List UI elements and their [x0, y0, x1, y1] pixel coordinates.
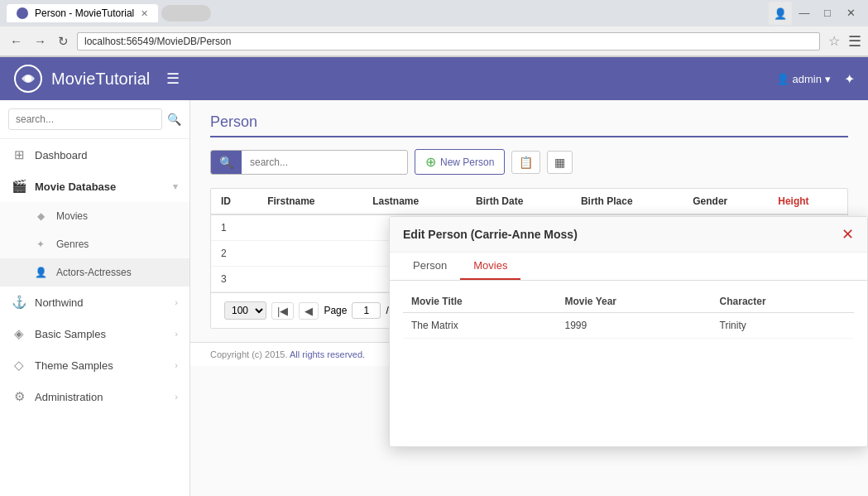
cell-firstname — [257, 241, 362, 267]
col-movie-year: Movie Year — [557, 291, 712, 313]
sidebar-item-label: Northwind — [35, 296, 166, 309]
movies-header-row: Movie Title Movie Year Character — [403, 291, 854, 313]
hamburger-menu-button[interactable]: ☰ — [166, 70, 180, 88]
app-title: MovieTutorial — [51, 70, 150, 89]
cell-firstname — [257, 214, 362, 241]
basic-samples-icon: ◈ — [12, 326, 26, 341]
cell-firstname — [257, 267, 362, 292]
col-id[interactable]: ID — [211, 189, 257, 214]
sidebar-item-label: Dashboard — [35, 149, 178, 161]
refresh-button[interactable]: ↻ — [55, 32, 72, 51]
browser-titlebar: Person - MovieTutorial ✕ 👤 — □ ✕ — [0, 0, 868, 26]
address-bar[interactable] — [77, 32, 820, 51]
bookmark-icon[interactable]: ☆ — [825, 33, 843, 49]
new-person-button[interactable]: ⊕ New Person — [415, 149, 505, 175]
sidebar-item-dashboard[interactable]: ⊞ Dashboard — [0, 139, 189, 171]
chevron-right-icon: › — [175, 329, 178, 339]
cell-movie-year: 1999 — [557, 313, 712, 339]
app-body: 🔍 ⊞ Dashboard 🎬 Movie Database ▾ ◆ Movie… — [0, 100, 868, 496]
movie-table-row[interactable]: The Matrix 1999 Trinity — [403, 313, 854, 339]
copyright-text: Copyright (c) 2015. — [210, 349, 288, 359]
sidebar-item-label: Basic Samples — [35, 328, 166, 340]
cell-id: 1 — [211, 214, 257, 241]
app-logo: MovieTutorial — [13, 64, 150, 94]
modal-tabs: Person Movies — [390, 253, 867, 281]
sidebar-search-button[interactable]: 🔍 — [167, 113, 181, 126]
cell-movie-title: The Matrix — [403, 313, 557, 339]
actors-icon: 👤 — [33, 267, 48, 278]
chevron-right-icon: › — [175, 297, 178, 307]
first-page-button[interactable]: |◀ — [271, 302, 294, 320]
sidebar-item-movie-database[interactable]: 🎬 Movie Database ▾ — [0, 171, 189, 202]
search-input[interactable] — [242, 152, 407, 173]
browser-menu-icon[interactable]: ☰ — [848, 32, 861, 51]
sidebar-item-label: Administration — [35, 391, 166, 403]
sidebar-item-label: Theme Samples — [35, 359, 166, 372]
chevron-down-icon: ▾ — [173, 181, 178, 192]
modal-close-button[interactable]: ✕ — [842, 225, 854, 243]
sidebar-item-movies[interactable]: ◆ Movies — [0, 202, 189, 230]
admin-menu-button[interactable]: 👤 admin ▾ — [776, 73, 831, 85]
share-icon[interactable]: ✦ — [844, 71, 855, 87]
export-button[interactable]: 📋 — [511, 151, 540, 174]
tab-favicon — [17, 7, 28, 19]
genres-icon: ✦ — [33, 238, 48, 250]
chevron-right-icon: › — [175, 360, 178, 370]
sidebar-item-administration[interactable]: ⚙ Administration › — [0, 381, 189, 412]
plus-icon: ⊕ — [425, 154, 436, 170]
page-size-select[interactable]: 100 25 50 — [224, 301, 266, 320]
search-button[interactable]: 🔍 — [211, 151, 242, 174]
svg-point-1 — [25, 75, 31, 82]
window-controls: 👤 — □ ✕ — [769, 2, 861, 25]
cell-id: 3 — [211, 267, 257, 292]
movies-table-header: Movie Title Movie Year Character — [403, 291, 854, 313]
new-tab-area — [161, 5, 211, 22]
modal-tab-person[interactable]: Person — [400, 253, 460, 280]
export-icon: 📋 — [519, 156, 533, 169]
sidebar-item-label: Genres — [56, 238, 178, 250]
modal-tab-movies[interactable]: Movies — [460, 253, 520, 280]
sidebar-item-northwind[interactable]: ⚓ Northwind › — [0, 287, 189, 318]
forward-button[interactable]: → — [31, 32, 50, 50]
movies-icon: ◆ — [33, 210, 48, 222]
minimize-button[interactable]: — — [794, 2, 815, 23]
dashboard-icon: ⊞ — [12, 147, 26, 162]
sidebar-search-input[interactable] — [8, 108, 162, 130]
content-wrapper: Person 🔍 ⊕ New Person 📋 ▦ — [190, 100, 868, 342]
browser-tab[interactable]: Person - MovieTutorial ✕ — [7, 4, 158, 22]
cell-character: Trinity — [712, 313, 854, 339]
page-number-input[interactable] — [352, 302, 381, 319]
app-header: MovieTutorial ☰ 👤 admin ▾ ✦ — [0, 57, 868, 100]
admin-label: admin — [793, 73, 822, 85]
app-logo-icon — [13, 64, 43, 94]
profile-icon[interactable]: 👤 — [769, 2, 792, 25]
main-content-area: Person 🔍 ⊕ New Person 📋 ▦ — [190, 100, 868, 496]
cell-id: 2 — [211, 241, 257, 267]
sidebar-item-label: Movies — [56, 210, 178, 222]
chevron-right-icon: › — [175, 392, 178, 402]
admin-chevron-icon: ▾ — [825, 73, 831, 85]
sidebar-item-label: Actors-Actresses — [56, 267, 178, 278]
close-window-button[interactable]: ✕ — [840, 2, 861, 23]
sidebar-item-actors-actresses[interactable]: 👤 Actors-Actresses — [0, 258, 189, 287]
col-firstname[interactable]: Firstname — [257, 189, 362, 214]
browser-controls-bar: ← → ↻ ☆ ☰ — [0, 26, 868, 56]
admin-user-icon: 👤 — [776, 73, 789, 85]
maximize-button[interactable]: □ — [817, 2, 838, 23]
movies-table: Movie Title Movie Year Character The Mat… — [403, 291, 854, 339]
new-person-label: New Person — [440, 157, 494, 168]
movies-table-body: The Matrix 1999 Trinity — [403, 313, 854, 339]
column-picker-button[interactable]: ▦ — [547, 151, 573, 174]
tab-close-button[interactable]: ✕ — [141, 8, 148, 19]
back-button[interactable]: ← — [7, 32, 26, 50]
sidebar-sub-movie-database: ◆ Movies ✦ Genres 👤 Actors-Actresses — [0, 202, 189, 287]
page-label: Page — [324, 305, 347, 316]
prev-page-button[interactable]: ◀ — [299, 302, 319, 320]
sidebar-item-basic-samples[interactable]: ◈ Basic Samples › — [0, 318, 189, 349]
rights-text: All rights reserved. — [290, 349, 365, 359]
theme-samples-icon: ◇ — [12, 358, 26, 373]
sidebar-item-theme-samples[interactable]: ◇ Theme Samples › — [0, 349, 189, 381]
footer-copyright: Copyright (c) 2015. All rights reserved. — [210, 349, 365, 359]
modal-body: Movie Title Movie Year Character The Mat… — [390, 281, 867, 446]
sidebar-item-genres[interactable]: ✦ Genres — [0, 230, 189, 258]
